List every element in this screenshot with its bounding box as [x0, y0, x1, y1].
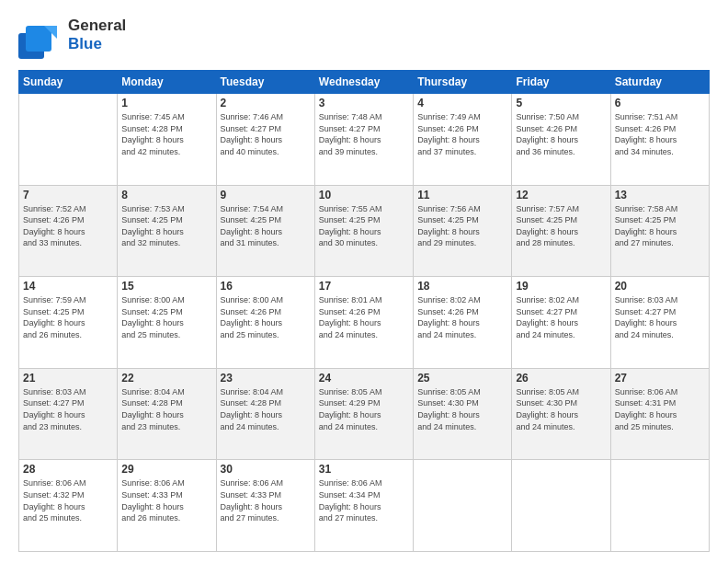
calendar-table: SundayMondayTuesdayWednesdayThursdayFrid… [18, 70, 710, 552]
day-info: Sunrise: 8:06 AM Sunset: 4:33 PM Dayligh… [121, 477, 211, 523]
calendar-header-row: SundayMondayTuesdayWednesdayThursdayFrid… [19, 71, 710, 94]
day-info: Sunrise: 7:53 AM Sunset: 4:25 PM Dayligh… [121, 203, 211, 249]
logo-icon [18, 17, 63, 61]
day-number: 1 [121, 97, 211, 109]
day-number: 2 [221, 97, 311, 109]
calendar-cell: 1Sunrise: 7:45 AM Sunset: 4:28 PM Daylig… [118, 94, 216, 186]
calendar-cell: 20Sunrise: 8:03 AM Sunset: 4:27 PM Dayli… [610, 277, 709, 369]
day-number: 30 [221, 463, 311, 476]
day-number: 12 [516, 189, 606, 201]
day-number: 31 [319, 463, 409, 476]
day-number: 27 [615, 372, 705, 385]
day-info: Sunrise: 7:54 AM Sunset: 4:25 PM Dayligh… [221, 203, 311, 249]
day-number: 22 [121, 372, 211, 385]
calendar-cell: 2Sunrise: 7:46 AM Sunset: 4:27 PM Daylig… [216, 94, 314, 186]
calendar-cell [414, 460, 512, 552]
calendar-cell: 21Sunrise: 8:03 AM Sunset: 4:27 PM Dayli… [19, 368, 118, 460]
calendar-cell: 5Sunrise: 7:50 AM Sunset: 4:26 PM Daylig… [512, 94, 610, 186]
calendar-cell: 14Sunrise: 7:59 AM Sunset: 4:25 PM Dayli… [19, 277, 118, 369]
day-info: Sunrise: 7:46 AM Sunset: 4:27 PM Dayligh… [221, 111, 311, 157]
day-info: Sunrise: 7:45 AM Sunset: 4:28 PM Dayligh… [121, 111, 211, 157]
day-info: Sunrise: 8:06 AM Sunset: 4:32 PM Dayligh… [23, 477, 113, 523]
calendar-cell: 11Sunrise: 7:56 AM Sunset: 4:25 PM Dayli… [414, 185, 512, 277]
day-number: 15 [121, 280, 211, 293]
calendar-cell [610, 460, 709, 552]
calendar-cell: 27Sunrise: 8:06 AM Sunset: 4:31 PM Dayli… [610, 368, 709, 460]
day-info: Sunrise: 7:57 AM Sunset: 4:25 PM Dayligh… [516, 203, 606, 249]
calendar-cell: 22Sunrise: 8:04 AM Sunset: 4:28 PM Dayli… [118, 368, 216, 460]
day-number: 10 [319, 189, 409, 201]
day-info: Sunrise: 8:06 AM Sunset: 4:34 PM Dayligh… [319, 477, 409, 523]
calendar-cell: 28Sunrise: 8:06 AM Sunset: 4:32 PM Dayli… [19, 460, 118, 552]
day-info: Sunrise: 7:56 AM Sunset: 4:25 PM Dayligh… [417, 203, 507, 249]
day-number: 26 [516, 372, 606, 385]
day-number: 11 [417, 189, 507, 201]
calendar-cell: 12Sunrise: 7:57 AM Sunset: 4:25 PM Dayli… [512, 185, 610, 277]
calendar-row-1: 7Sunrise: 7:52 AM Sunset: 4:26 PM Daylig… [19, 185, 710, 277]
calendar-cell: 15Sunrise: 8:00 AM Sunset: 4:25 PM Dayli… [118, 277, 216, 369]
day-info: Sunrise: 8:01 AM Sunset: 4:26 PM Dayligh… [319, 294, 409, 340]
day-number: 14 [23, 280, 113, 293]
day-number: 4 [417, 97, 507, 109]
calendar-cell: 26Sunrise: 8:05 AM Sunset: 4:30 PM Dayli… [512, 368, 610, 460]
day-number: 9 [221, 189, 311, 201]
day-number: 8 [121, 189, 211, 201]
day-info: Sunrise: 8:04 AM Sunset: 4:28 PM Dayligh… [121, 386, 211, 432]
calendar-cell: 24Sunrise: 8:05 AM Sunset: 4:29 PM Dayli… [314, 368, 413, 460]
calendar-cell [19, 94, 118, 186]
day-number: 25 [417, 372, 507, 385]
calendar-header-tuesday: Tuesday [216, 71, 314, 94]
day-number: 16 [221, 280, 311, 293]
day-info: Sunrise: 8:03 AM Sunset: 4:27 PM Dayligh… [615, 294, 705, 340]
day-info: Sunrise: 8:00 AM Sunset: 4:25 PM Dayligh… [121, 294, 211, 340]
day-info: Sunrise: 8:02 AM Sunset: 4:26 PM Dayligh… [417, 294, 507, 340]
calendar-row-3: 21Sunrise: 8:03 AM Sunset: 4:27 PM Dayli… [19, 368, 710, 460]
calendar-cell: 18Sunrise: 8:02 AM Sunset: 4:26 PM Dayli… [414, 277, 512, 369]
day-info: Sunrise: 7:49 AM Sunset: 4:26 PM Dayligh… [417, 111, 507, 157]
day-info: Sunrise: 8:05 AM Sunset: 4:29 PM Dayligh… [319, 386, 409, 432]
day-info: Sunrise: 8:05 AM Sunset: 4:30 PM Dayligh… [417, 386, 507, 432]
day-info: Sunrise: 8:00 AM Sunset: 4:26 PM Dayligh… [221, 294, 311, 340]
day-info: Sunrise: 7:55 AM Sunset: 4:25 PM Dayligh… [319, 203, 409, 249]
day-info: Sunrise: 7:48 AM Sunset: 4:27 PM Dayligh… [319, 111, 409, 157]
calendar-header-monday: Monday [118, 71, 216, 94]
day-number: 29 [121, 463, 211, 476]
day-number: 3 [319, 97, 409, 109]
calendar-cell: 13Sunrise: 7:58 AM Sunset: 4:25 PM Dayli… [610, 185, 709, 277]
calendar-cell: 23Sunrise: 8:04 AM Sunset: 4:28 PM Dayli… [216, 368, 314, 460]
day-number: 6 [615, 97, 705, 109]
calendar-header-saturday: Saturday [610, 71, 709, 94]
calendar-cell: 16Sunrise: 8:00 AM Sunset: 4:26 PM Dayli… [216, 277, 314, 369]
logo-general: General [68, 17, 126, 34]
day-number: 21 [23, 372, 113, 385]
calendar-cell: 31Sunrise: 8:06 AM Sunset: 4:34 PM Dayli… [314, 460, 413, 552]
logo-blue: Blue [68, 35, 102, 52]
day-number: 24 [319, 372, 409, 385]
logo: General Blue [18, 17, 126, 61]
calendar-cell: 9Sunrise: 7:54 AM Sunset: 4:25 PM Daylig… [216, 185, 314, 277]
calendar-row-4: 28Sunrise: 8:06 AM Sunset: 4:32 PM Dayli… [19, 460, 710, 552]
calendar-cell: 4Sunrise: 7:49 AM Sunset: 4:26 PM Daylig… [414, 94, 512, 186]
day-info: Sunrise: 8:04 AM Sunset: 4:28 PM Dayligh… [221, 386, 311, 432]
day-number: 18 [417, 280, 507, 293]
day-info: Sunrise: 7:52 AM Sunset: 4:26 PM Dayligh… [23, 203, 113, 249]
calendar-header-friday: Friday [512, 71, 610, 94]
day-info: Sunrise: 7:58 AM Sunset: 4:25 PM Dayligh… [615, 203, 705, 249]
calendar-header-thursday: Thursday [414, 71, 512, 94]
day-number: 5 [516, 97, 606, 109]
day-info: Sunrise: 7:59 AM Sunset: 4:25 PM Dayligh… [23, 294, 113, 340]
day-number: 7 [23, 189, 113, 201]
svg-rect-1 [26, 26, 51, 52]
calendar-cell: 25Sunrise: 8:05 AM Sunset: 4:30 PM Dayli… [414, 368, 512, 460]
day-info: Sunrise: 8:03 AM Sunset: 4:27 PM Dayligh… [23, 386, 113, 432]
day-number: 19 [516, 280, 606, 293]
calendar-cell: 6Sunrise: 7:51 AM Sunset: 4:26 PM Daylig… [610, 94, 709, 186]
day-info: Sunrise: 7:50 AM Sunset: 4:26 PM Dayligh… [516, 111, 606, 157]
calendar-row-0: 1Sunrise: 7:45 AM Sunset: 4:28 PM Daylig… [19, 94, 710, 186]
calendar-cell: 10Sunrise: 7:55 AM Sunset: 4:25 PM Dayli… [314, 185, 413, 277]
day-info: Sunrise: 8:06 AM Sunset: 4:33 PM Dayligh… [221, 477, 311, 523]
day-number: 28 [23, 463, 113, 476]
day-info: Sunrise: 8:06 AM Sunset: 4:31 PM Dayligh… [615, 386, 705, 432]
calendar-cell: 8Sunrise: 7:53 AM Sunset: 4:25 PM Daylig… [118, 185, 216, 277]
day-info: Sunrise: 8:05 AM Sunset: 4:30 PM Dayligh… [516, 386, 606, 432]
